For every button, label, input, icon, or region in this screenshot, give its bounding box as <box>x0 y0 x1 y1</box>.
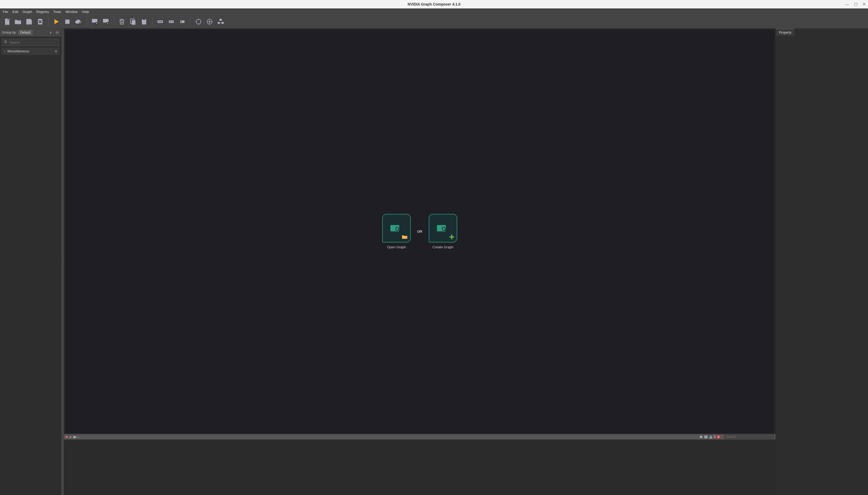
window-controls: — ▢ ✕ <box>845 0 866 8</box>
warning-count: 0 <box>714 435 716 439</box>
canvas-cta: Open Graph OR C <box>382 214 457 249</box>
toolbar-divider <box>152 17 152 27</box>
svg-rect-1 <box>65 19 70 23</box>
console-bar: ✱ i ! 0 ✕ 0 <box>64 434 776 440</box>
cubes-icon[interactable] <box>216 17 225 26</box>
paste-icon[interactable] <box>140 17 148 26</box>
play-icon[interactable] <box>52 17 60 26</box>
download-disk-icon[interactable] <box>90 17 99 26</box>
search-box[interactable] <box>2 39 59 46</box>
titlebar: NVIDIA Graph Composer 4.1.0 — ▢ ✕ <box>0 0 868 8</box>
collapse-left-handle[interactable]: ‹ <box>61 29 64 495</box>
minimize-button[interactable]: — <box>845 2 849 6</box>
error-count: 0 <box>721 435 723 439</box>
right-panel: Property <box>776 29 868 495</box>
create-graph-label: Create Graph <box>432 245 453 249</box>
svg-rect-15 <box>169 20 174 23</box>
save-icon[interactable] <box>25 17 33 26</box>
search-input[interactable] <box>9 40 57 45</box>
chevron-down-icon: ▼ <box>49 31 52 34</box>
create-graph-button[interactable]: Create Graph <box>429 214 457 249</box>
refresh-icon[interactable]: ⟳ <box>56 30 59 35</box>
upload-disk-icon[interactable] <box>102 17 110 26</box>
svg-point-14 <box>161 21 162 22</box>
stop-icon[interactable] <box>63 17 72 26</box>
toolbar-divider <box>190 17 191 27</box>
groupby-label: Group by: <box>2 31 17 34</box>
svg-point-13 <box>160 21 161 22</box>
error-icon[interactable]: ✕ <box>716 435 720 439</box>
crosshair-icon[interactable] <box>194 17 203 26</box>
svg-text:i: i <box>706 436 706 438</box>
close-file-icon[interactable] <box>36 17 45 26</box>
svg-text:!: ! <box>710 436 711 439</box>
asterisk-icon[interactable]: ✱ <box>699 434 703 440</box>
toolbar: + <box>0 15 868 29</box>
center-panel: Open Graph OR C <box>64 29 776 495</box>
maximize-button[interactable]: ▢ <box>854 2 858 6</box>
open-graph-label: Open Graph <box>387 245 406 249</box>
search-icon <box>4 40 7 45</box>
tree-item-miscellaneous[interactable]: › Miscellaneous 4 <box>2 48 59 55</box>
svg-rect-10 <box>143 18 145 20</box>
menubar: File Edit Graph Registry Tools Window He… <box>0 8 868 15</box>
main-layout: Group by: Default ▼ ⟳ › Miscellaneous 4 … <box>0 29 868 495</box>
menu-file[interactable]: File <box>1 9 10 15</box>
warning-icon[interactable]: ! <box>709 435 713 439</box>
menu-help[interactable]: Help <box>80 9 91 15</box>
dot1-icon[interactable] <box>178 17 187 26</box>
trash-icon[interactable] <box>118 17 126 26</box>
groupby-select[interactable]: Default <box>18 30 33 35</box>
svg-point-22 <box>209 21 210 22</box>
info-icon[interactable]: i <box>704 435 708 439</box>
open-folder-icon[interactable] <box>14 17 22 26</box>
new-file-icon[interactable]: + <box>3 17 11 26</box>
menu-registry[interactable]: Registry <box>34 9 51 15</box>
console-edit-icon[interactable] <box>69 435 72 439</box>
tree-label: Miscellaneous <box>7 49 55 53</box>
canvas-area: Open Graph OR C <box>65 30 775 433</box>
svg-rect-8 <box>131 20 135 25</box>
cloud-icon[interactable] <box>74 17 83 26</box>
menu-window[interactable]: Window <box>64 9 80 15</box>
toolbar-divider <box>86 17 87 27</box>
svg-point-23 <box>4 41 6 43</box>
or-text: OR <box>417 229 422 234</box>
svg-rect-18 <box>180 20 184 23</box>
console-search-input[interactable] <box>724 434 775 439</box>
close-button[interactable]: ✕ <box>863 2 866 6</box>
property-tab[interactable]: Property <box>776 29 794 36</box>
svg-rect-9 <box>142 19 146 24</box>
left-panel: Group by: Default ▼ ⟳ › Miscellaneous 4 <box>0 29 61 495</box>
crosshair-dot-icon[interactable] <box>206 17 214 26</box>
dots3-icon[interactable] <box>156 17 164 26</box>
console-clear-icon[interactable] <box>65 435 69 439</box>
groupby-row: Group by: Default ▼ ⟳ <box>0 29 61 36</box>
menu-edit[interactable]: Edit <box>10 9 20 15</box>
console-area <box>64 440 776 495</box>
open-graph-button[interactable]: Open Graph <box>382 214 411 249</box>
console-folder-icon[interactable] <box>73 435 76 439</box>
app-title: NVIDIA Graph Composer 4.1.0 <box>408 2 460 6</box>
svg-point-16 <box>170 21 171 22</box>
console-terminal-icon[interactable] <box>77 435 81 439</box>
chevron-right-icon: › <box>4 49 5 53</box>
svg-point-17 <box>172 21 173 22</box>
menu-graph[interactable]: Graph <box>20 9 34 15</box>
svg-text:+: + <box>8 18 11 21</box>
svg-point-19 <box>181 21 182 22</box>
menu-tools[interactable]: Tools <box>51 9 63 15</box>
dots2-icon[interactable] <box>167 17 176 26</box>
tree-count: 4 <box>55 49 57 53</box>
copy-icon[interactable] <box>129 17 137 26</box>
svg-point-12 <box>159 21 160 22</box>
